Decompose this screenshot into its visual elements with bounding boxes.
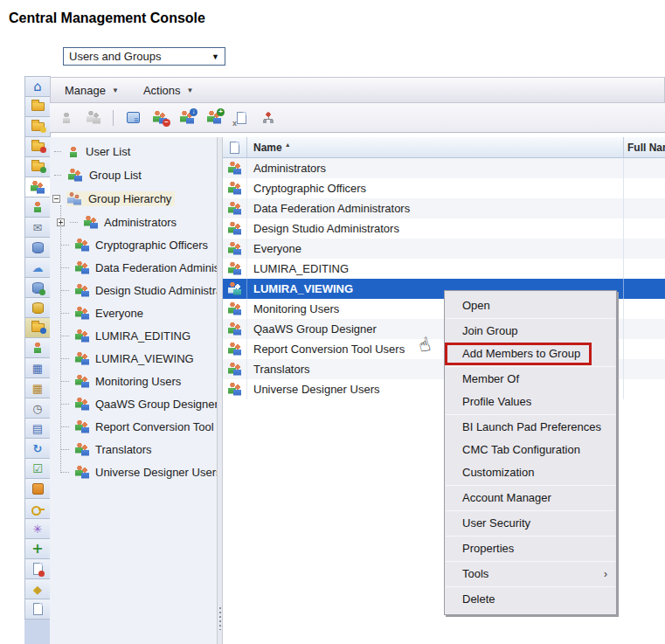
menu-item-bi-launch-pad-preferences[interactable]: BI Launch Pad Preferences: [445, 416, 616, 439]
personal-categories-icon[interactable]: [24, 156, 51, 177]
license-keys-icon[interactable]: [24, 418, 51, 439]
group-icon: [227, 302, 243, 315]
tree-item-qaaws-group-designer[interactable]: QaaWS Group Designer: [50, 392, 217, 415]
categories-icon[interactable]: [24, 136, 51, 157]
tree-item-data-federation-administrators[interactable]: Data Federation Administrato: [50, 256, 217, 279]
menu-separator: [446, 485, 615, 486]
temporary-storage-icon[interactable]: [24, 438, 51, 459]
add-new-user-group-icon[interactable]: [84, 109, 103, 127]
table-header-row: Name▲ Full Name: [223, 137, 665, 158]
menu-item-member-of[interactable]: Member Of: [445, 368, 616, 391]
side-icon-rail: [24, 77, 51, 644]
visual-difference-icon[interactable]: [24, 578, 51, 599]
menu-item-delete[interactable]: Delete: [445, 588, 616, 611]
tree-item-cryptographic-officers[interactable]: Cryptographic Officers: [50, 233, 217, 256]
create-new-group-icon[interactable]: +: [204, 109, 224, 127]
actions-menu[interactable]: Actions ▼: [131, 78, 206, 102]
group-icon: [74, 375, 90, 388]
inbox-icon[interactable]: [24, 217, 51, 238]
group-icon: [227, 363, 243, 376]
menu-item-open[interactable]: Open: [445, 294, 616, 317]
expand-toggle-icon[interactable]: [57, 218, 65, 226]
menu-item-customization[interactable]: Customization: [445, 461, 616, 484]
icon-toolbar: − ↓ + x: [50, 103, 665, 133]
group-hierarchy-icon[interactable]: [259, 109, 278, 127]
manage-menu[interactable]: Manage ▼: [51, 78, 131, 102]
applications-icon[interactable]: [24, 357, 51, 378]
events-icon[interactable]: [24, 398, 51, 419]
table-row[interactable]: Everyone: [223, 239, 665, 259]
platform-search-icon[interactable]: [24, 538, 51, 559]
table-row[interactable]: Cryptographic Officers: [223, 178, 665, 198]
group-icon: [227, 262, 243, 275]
home-icon[interactable]: [24, 76, 51, 97]
server-groups-icon[interactable]: [24, 257, 51, 278]
tree-item-group-list[interactable]: Group List: [50, 163, 217, 187]
menu-item-add-members-to-group[interactable]: Add Members to Group: [445, 343, 616, 365]
menu-separator: [446, 366, 615, 367]
panel-splitter[interactable]: [217, 137, 223, 644]
tree-item-design-studio-administrators[interactable]: Design Studio Administrators: [50, 279, 217, 301]
version-management-icon[interactable]: [24, 558, 51, 579]
group-icon: [74, 284, 90, 297]
table-row[interactable]: Data Federation Administrators: [223, 198, 665, 218]
menu-item-cmc-tab-configuration[interactable]: CMC Tab Configuration: [445, 439, 616, 461]
promotion-management-icon[interactable]: [24, 317, 51, 338]
folders-icon[interactable]: [24, 96, 51, 117]
tree-item-translators[interactable]: Translators: [50, 438, 217, 460]
table-row[interactable]: Design Studio Administrators: [223, 218, 665, 239]
menu-item-join-group[interactable]: Join Group: [445, 320, 616, 343]
manage-property-list-icon[interactable]: [123, 109, 142, 127]
table-row[interactable]: LUMIRA_EDITING: [223, 259, 665, 279]
type-column-header[interactable]: [223, 137, 247, 157]
menu-separator: [446, 510, 615, 511]
tree-item-everyone[interactable]: Everyone: [50, 301, 217, 324]
menu-separator: [446, 586, 615, 587]
personal-folders-icon[interactable]: [24, 116, 51, 137]
tree-item-group-hierarchy[interactable]: Group Hierarchy: [50, 187, 217, 211]
copy-object-icon[interactable]: x: [232, 109, 251, 127]
group-icon: [227, 222, 243, 235]
servers-icon[interactable]: [24, 237, 51, 258]
menu-item-properties[interactable]: Properties: [445, 537, 616, 560]
calendars-icon[interactable]: [24, 377, 51, 398]
menu-bar: Manage ▼ Actions ▼: [50, 77, 665, 103]
menu-item-user-security[interactable]: User Security: [445, 512, 616, 535]
name-column-header[interactable]: Name▲: [247, 142, 623, 154]
add-new-user-icon[interactable]: [57, 109, 76, 127]
context-menu: Open Join Group Add Members to Group Mem…: [444, 290, 617, 615]
monitoring-icon[interactable]: [24, 458, 51, 479]
tree-item-monitoring-users[interactable]: Monitoring Users: [50, 370, 217, 392]
cryptographic-keys-icon[interactable]: [24, 518, 51, 539]
full-name-column-header[interactable]: Full Name: [623, 137, 665, 157]
splitter-grip[interactable]: [219, 607, 221, 630]
collapse-toggle-icon[interactable]: [52, 195, 60, 203]
federation-icon[interactable]: [24, 277, 51, 298]
menu-item-profile-values[interactable]: Profile Values: [445, 391, 616, 413]
table-row[interactable]: Administrators: [223, 158, 665, 178]
toolbar-separator: [113, 110, 114, 126]
auditing-icon[interactable]: [24, 478, 51, 499]
settings-icon[interactable]: [24, 599, 51, 620]
tree-item-administrators[interactable]: Administrators: [50, 211, 217, 233]
universes-icon[interactable]: [24, 297, 51, 318]
group-icon: [74, 420, 90, 433]
menu-item-tools[interactable]: Tools ›: [445, 563, 616, 585]
group-icon: [74, 329, 90, 343]
group-icon: [83, 216, 99, 229]
menu-separator: [446, 414, 615, 415]
caret-down-icon: ▼: [112, 87, 119, 94]
tree-item-lumira-editing[interactable]: LUMIRA_EDITING: [50, 324, 217, 347]
users-and-groups-icon[interactable]: [24, 177, 51, 197]
menu-item-account-manager[interactable]: Account Manager: [445, 487, 616, 509]
tree-item-user-list[interactable]: User List: [50, 140, 217, 163]
authentication-icon[interactable]: [24, 498, 51, 519]
remove-member-icon[interactable]: −: [150, 109, 170, 127]
tree-item-lumira-viewing[interactable]: LUMIRA_VIEWING: [50, 347, 217, 370]
tree-item-report-conversion-tool-users[interactable]: Report Conversion Tool Users: [50, 415, 217, 438]
tree-item-universe-designer-users[interactable]: Universe Designer Users: [50, 460, 217, 483]
profiles-icon[interactable]: [24, 197, 51, 218]
add-members-to-group-icon[interactable]: ↓: [177, 109, 197, 127]
sessions-icon[interactable]: [24, 337, 51, 358]
view-selector-dropdown[interactable]: Users and Groups ▼: [63, 47, 225, 66]
